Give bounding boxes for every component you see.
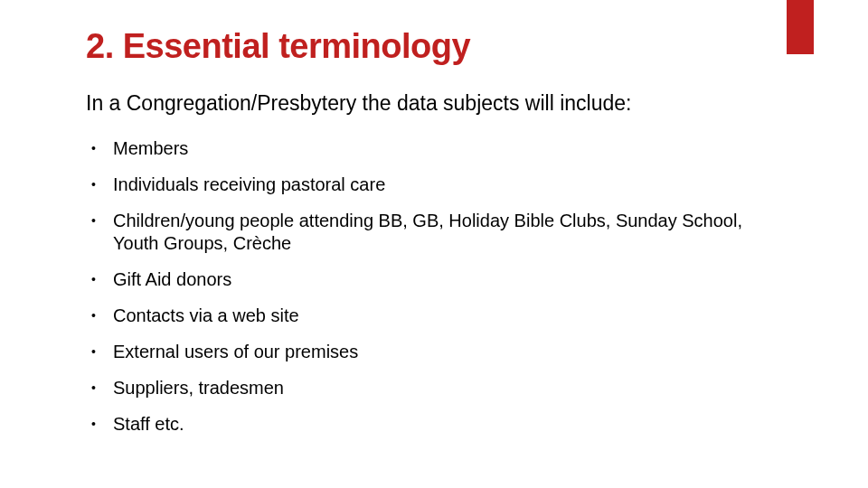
bullet-text: Contacts via a web site xyxy=(113,305,299,327)
list-item: • Individuals receiving pastoral care xyxy=(91,174,868,196)
bullet-icon: • xyxy=(91,305,99,326)
bullet-icon: • xyxy=(91,341,99,362)
bullet-icon: • xyxy=(91,268,99,290)
list-item: • Gift Aid donors xyxy=(91,268,868,291)
bullet-icon: • xyxy=(91,137,99,159)
bullet-text: Suppliers, tradesmen xyxy=(113,377,284,399)
bullet-text: External users of our premises xyxy=(113,341,358,363)
slide-content: 2. Essential terminology In a Congregati… xyxy=(0,0,868,488)
slide-title: 2. Essential terminology xyxy=(86,27,868,66)
bullet-text: Staff etc. xyxy=(113,413,184,436)
list-item: • Suppliers, tradesmen xyxy=(91,377,868,399)
bullet-icon: • xyxy=(91,377,99,399)
list-item: • Contacts via a web site xyxy=(91,305,868,327)
bullet-icon: • xyxy=(91,210,99,231)
bullet-icon: • xyxy=(91,174,99,195)
bullet-text: Children/young people attending BB, GB, … xyxy=(113,210,746,255)
slide-subtitle: In a Congregation/Presbytery the data su… xyxy=(86,91,868,116)
list-item: • External users of our premises xyxy=(91,341,868,363)
list-item: • Children/young people attending BB, GB… xyxy=(91,210,868,255)
list-item: • Staff etc. xyxy=(91,413,868,436)
bullet-text: Members xyxy=(113,137,188,160)
bullet-icon: • xyxy=(91,413,99,435)
bullet-list: • Members • Individuals receiving pastor… xyxy=(86,137,868,436)
bullet-text: Gift Aid donors xyxy=(113,268,231,291)
accent-decoration xyxy=(787,0,814,54)
list-item: • Members xyxy=(91,137,868,160)
bullet-text: Individuals receiving pastoral care xyxy=(113,174,385,196)
